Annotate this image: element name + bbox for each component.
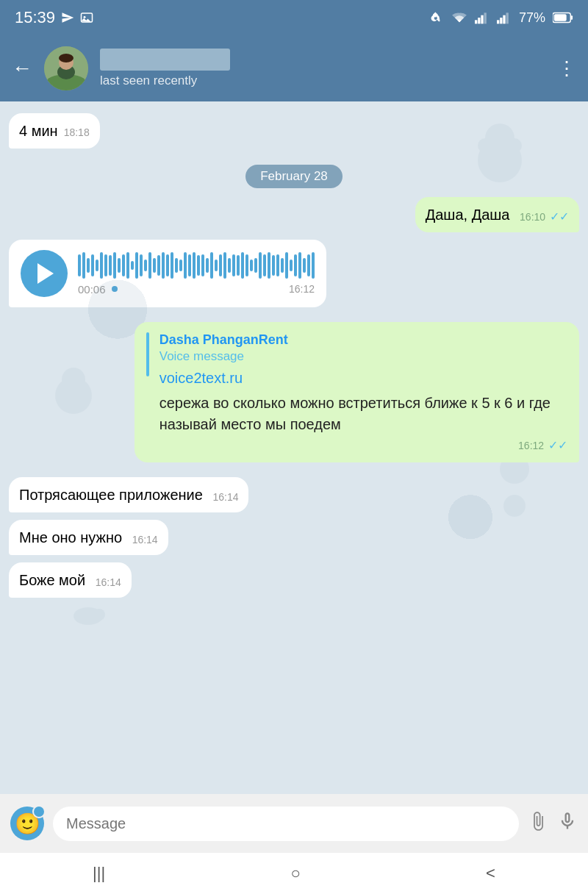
checkmarks: ✓✓	[548, 439, 567, 451]
play-icon	[37, 263, 54, 284]
message-input[interactable]	[53, 807, 519, 841]
message-time: 16:14	[212, 491, 238, 503]
svg-point-17	[59, 54, 74, 62]
transcription-bubble: Dasha PhanganRent Voice message voice2te…	[135, 322, 579, 462]
bar	[294, 254, 297, 276]
trans-link[interactable]: voice2text.ru	[159, 370, 567, 387]
message-row: Мне оно нужно 16:14	[9, 520, 579, 555]
bar	[104, 254, 107, 276]
waveform: 00:06 16:12	[78, 252, 315, 296]
nav-bar: ||| ○ <	[0, 853, 588, 894]
mute-icon	[429, 10, 444, 25]
bar	[263, 254, 266, 276]
quote-bar	[146, 332, 149, 376]
message-text: Боже мой	[19, 572, 85, 588]
voice-message-row: 00:06 16:12	[9, 240, 579, 315]
chat-header: ← +### ### ## ## last seen recently ⋮	[0, 35, 588, 101]
bar	[276, 254, 279, 276]
date-label: February 28	[245, 165, 343, 188]
image-icon	[80, 12, 93, 24]
svg-rect-3	[478, 18, 480, 24]
svg-rect-9	[506, 12, 508, 24]
bar	[250, 260, 253, 271]
bar	[201, 254, 204, 276]
nav-back-button[interactable]: |||	[71, 858, 127, 889]
bar	[113, 252, 116, 279]
bar	[259, 252, 262, 279]
emoji-button[interactable]: 🙂	[10, 807, 44, 840]
waveform-bars	[78, 252, 315, 279]
signal2-icon	[497, 11, 512, 24]
status-bar: 15:39 77%	[0, 0, 588, 35]
bar	[223, 252, 226, 279]
bar	[135, 252, 138, 279]
bar	[232, 254, 235, 276]
bar	[219, 254, 222, 276]
bar	[91, 254, 94, 276]
bar	[175, 258, 178, 273]
signal-icon	[475, 11, 490, 24]
paperclip-icon	[528, 811, 548, 832]
trans-footer: 16:12 ✓✓	[159, 438, 567, 452]
svg-point-1	[84, 16, 86, 18]
voice-footer: 00:06 16:12	[78, 283, 315, 296]
telegram-icon	[61, 11, 74, 24]
bar	[166, 254, 169, 276]
svg-rect-5	[484, 12, 486, 24]
checkmarks: ✓✓	[550, 210, 569, 223]
message-text: 4 мин	[19, 121, 58, 141]
message-bubble: Боже мой 16:14	[9, 562, 132, 598]
svg-rect-12	[554, 14, 567, 21]
chat-area: 4 мин 18:18 February 28 Даша, Даша 16:10…	[0, 101, 588, 794]
svg-rect-7	[500, 18, 502, 24]
voice-dot	[112, 286, 118, 292]
emoji-badge	[32, 805, 46, 818]
message-text: Потрясающее приложение	[19, 487, 203, 503]
bar	[312, 252, 315, 279]
message-time: 18:18	[64, 126, 90, 140]
nav-home-button[interactable]: ○	[268, 858, 322, 889]
bar	[215, 260, 218, 271]
trans-sender: Dasha PhanganRent	[159, 332, 567, 348]
contact-avatar[interactable]	[44, 46, 88, 90]
svg-rect-2	[475, 20, 477, 24]
bar	[96, 260, 98, 271]
voice-bubble: 00:06 16:12	[9, 240, 326, 307]
bar	[100, 252, 103, 279]
contact-name: +### ### ## ##	[100, 49, 230, 71]
status-time: 15:39	[15, 8, 93, 27]
status-icons: 77%	[429, 10, 573, 26]
bar	[254, 258, 257, 273]
svg-point-27	[93, 609, 105, 621]
transcription-content: Dasha PhanganRent Voice message voice2te…	[159, 332, 567, 452]
date-separator: February 28	[9, 165, 579, 188]
bar	[87, 258, 90, 273]
bar	[290, 260, 293, 271]
bar	[281, 258, 284, 273]
attach-button[interactable]	[528, 811, 548, 837]
trans-text: сережа во сколько можно встретиться ближ…	[159, 393, 567, 435]
bar	[298, 252, 301, 279]
wifi-icon	[451, 11, 467, 24]
message-time: 16:14	[96, 576, 121, 588]
more-button[interactable]: ⋮	[557, 57, 576, 80]
input-bar: 🙂	[0, 794, 588, 853]
bar	[148, 252, 151, 279]
bar	[237, 255, 240, 276]
battery-icon	[553, 12, 573, 24]
battery-display: 77%	[519, 10, 545, 26]
nav-recents-button[interactable]: <	[464, 858, 517, 889]
play-button[interactable]	[21, 250, 68, 297]
bar	[206, 258, 209, 273]
bar	[122, 254, 125, 276]
message-bubble: Даша, Даша 16:10 ✓✓	[415, 197, 579, 232]
bar	[285, 252, 288, 279]
back-button[interactable]: ←	[12, 57, 32, 80]
message-row: Боже мой 16:14	[9, 562, 579, 598]
bar	[268, 252, 270, 279]
mic-button[interactable]	[557, 811, 578, 837]
message-text: Мне оно нужно	[19, 529, 122, 546]
bar	[210, 252, 213, 279]
message-text: Даша, Даша	[426, 207, 510, 223]
bar	[193, 252, 196, 279]
